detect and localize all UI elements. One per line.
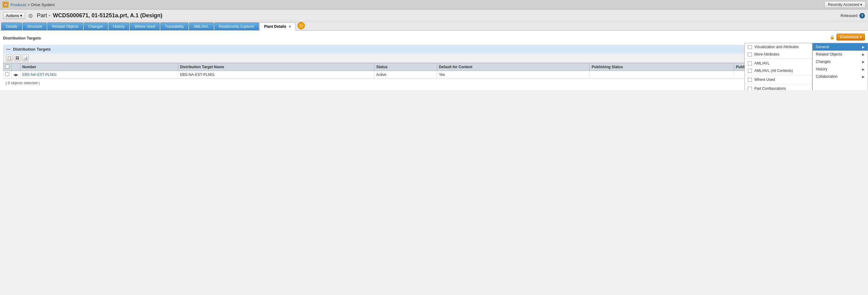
col-icon: [11, 63, 21, 71]
part-title: ⚙ Part - WCDS000671, 01-51251a.prt, A.1 …: [28, 12, 162, 19]
row-checkbox-cell: [3, 71, 11, 79]
dropdown-label-related-objects: Related Objects: [816, 52, 842, 57]
tab-relationship-explorer[interactable]: Relationship Explorer: [214, 23, 259, 30]
select-all-checkbox[interactable]: [5, 65, 9, 68]
part-number: WCDS000671, 01-51251a.prt, A.1 (Design): [53, 12, 162, 19]
col-name: Distribution Target Name: [178, 63, 374, 71]
check-visualization: [748, 45, 752, 49]
released-area: Released ?: [840, 13, 865, 19]
table-row: ◀▶ EBS-NA-EST-PLN01 EBS-NA-EST-PLN01 Act…: [3, 71, 865, 79]
collapse-button[interactable]: —: [6, 46, 10, 52]
section-title-label: Distribution Targets: [3, 36, 41, 40]
main-content: Distribution Targets 🔒 Customize ▾ — Dis…: [0, 31, 868, 90]
dropdown-label-where-used: Where Used: [754, 77, 775, 82]
dropdown-label-part-config: Part Configurations: [754, 87, 786, 90]
recently-accessed-button[interactable]: Recently Accessed ▾: [825, 1, 866, 8]
col-checkbox: [3, 63, 11, 71]
dropdown-item-collaboration[interactable]: Collaboration ▶: [813, 73, 868, 80]
col-publishing-status: Publishing Status: [590, 63, 734, 71]
breadcrumb-products[interactable]: Products: [10, 2, 26, 7]
tab-related-objects[interactable]: Related Objects: [47, 23, 83, 30]
row-number: EBS-NA-EST-PLN01: [21, 71, 178, 79]
part-label: Part -: [37, 12, 50, 19]
divider-3: [745, 84, 812, 84]
tab-changes[interactable]: Changes: [84, 23, 108, 30]
breadcrumb: Products > Drive System: [10, 2, 55, 7]
dropdown-item-aml-avl-all[interactable]: AML/AVL (All Contexts): [745, 67, 812, 74]
toolbar-icon-3[interactable]: 📊: [22, 55, 29, 61]
tab-refresh-button[interactable]: ↻: [298, 22, 305, 29]
dropdown-label-general: General: [816, 45, 829, 49]
dropdown-label-collaboration: Collaboration: [816, 74, 838, 79]
tab-aml-avl[interactable]: AML/AVL: [189, 23, 214, 30]
row-icon-cell: ◀▶: [11, 71, 21, 79]
col-default-context: Default for Context: [437, 63, 589, 71]
row-checkbox[interactable]: [5, 72, 9, 76]
dropdown-label-history: History: [816, 67, 827, 71]
tab-details[interactable]: Details: [1, 23, 22, 30]
row-dist-name: EBS-NA-EST-PLN01: [178, 71, 374, 79]
tab-bar: Details Structure Related Objects Change…: [0, 22, 868, 31]
row-status: Active: [374, 71, 437, 79]
check-aml-avl: [748, 61, 752, 65]
lock-symbol: 🔒: [830, 35, 835, 39]
dropdown-item-part-config[interactable]: Part Configurations: [745, 85, 812, 90]
dropdown-label-aml-avl: AML/AVL: [754, 61, 770, 65]
dropdown-label-changes: Changes: [816, 60, 831, 64]
col-status: Status: [374, 63, 437, 71]
dropdown-left: Visualization and Attributes More Attrib…: [744, 43, 812, 90]
tab-structure[interactable]: Structure: [23, 23, 47, 30]
toolbar-icon-1[interactable]: 📋: [6, 55, 13, 61]
row-default-context: Yes: [437, 71, 589, 79]
actions-bar: Actions ▾ ⚙ Part - WCDS000671, 01-51251a…: [0, 9, 868, 22]
arrow-general: ▶: [862, 45, 865, 49]
gear-icon: ⚙: [28, 13, 34, 19]
check-aml-avl-all: [748, 69, 752, 73]
tab-history[interactable]: History: [108, 23, 129, 30]
divider-2: [745, 75, 812, 75]
dropdown-item-aml-avl[interactable]: AML/AVL: [745, 60, 812, 67]
dropdown-right: General ▶ Related Objects ▶ Changes ▶ Hi…: [812, 43, 868, 90]
customize-button[interactable]: Customize ▾: [836, 34, 865, 40]
dropdown-item-related-objects[interactable]: Related Objects ▶: [813, 51, 868, 58]
dropdown-container: Visualization and Attributes More Attrib…: [744, 43, 868, 90]
check-part-config: [748, 87, 752, 90]
check-more-attrs: [748, 53, 752, 57]
dropdown-label-visualization: Visualization and Attributes: [754, 45, 799, 49]
dropdown-item-changes[interactable]: Changes ▶: [813, 58, 868, 65]
dropdown-item-more-attrs[interactable]: More Attributes: [745, 51, 812, 58]
divider-1: [745, 59, 812, 59]
home-icon[interactable]: 🏠: [2, 2, 9, 8]
arrow-changes: ▶: [862, 60, 865, 64]
dropdown-item-general[interactable]: General ▶: [813, 43, 868, 51]
arrow-collaboration: ▶: [862, 75, 865, 78]
tab-traceability[interactable]: Traceability: [160, 23, 188, 30]
dropdown-label-aml-avl-all: AML/AVL (All Contexts): [754, 68, 793, 73]
objects-selected: ( 0 objects selected ): [3, 79, 865, 87]
distribution-targets-header: — Distribution Targets: [3, 45, 865, 54]
dropdown-item-history[interactable]: History ▶: [813, 65, 868, 73]
dropdown-item-where-used[interactable]: Where Used: [745, 76, 812, 83]
row-number-link[interactable]: EBS-NA-EST-PLN01: [22, 72, 57, 77]
arrow-related-objects: ▶: [862, 53, 865, 56]
distribution-targets-label: Distribution Targets: [13, 47, 51, 52]
tab-plant-details[interactable]: Plant Details ✕: [259, 23, 296, 31]
check-where-used: [748, 78, 752, 82]
top-bar: 🏠 Products > Drive System Recently Acces…: [0, 0, 868, 9]
dropdown-label-more-attrs: More Attributes: [754, 52, 779, 57]
dropdown-item-visualization[interactable]: Visualization and Attributes: [745, 43, 812, 51]
actions-button[interactable]: Actions ▾: [3, 12, 25, 19]
section-title-row: Distribution Targets 🔒 Customize ▾: [3, 34, 865, 42]
toolbar-icon-2[interactable]: 🖼: [14, 55, 21, 61]
row-publishing-status: [590, 71, 734, 79]
row-nav-icon[interactable]: ◀▶: [13, 73, 18, 76]
tab-close-icon[interactable]: ✕: [288, 25, 291, 28]
breadcrumb-area: 🏠 Products > Drive System: [2, 2, 55, 8]
customize-area: 🔒 Customize ▾: [830, 34, 865, 40]
released-label: Released: [840, 13, 858, 18]
help-icon[interactable]: ?: [859, 13, 865, 19]
arrow-history: ▶: [862, 68, 865, 71]
toolbar-icons: 📋 🖼 📊: [3, 54, 865, 63]
distribution-table: Number Distribution Target Name Status D…: [3, 63, 865, 79]
tab-where-used[interactable]: Where Used: [130, 23, 160, 30]
